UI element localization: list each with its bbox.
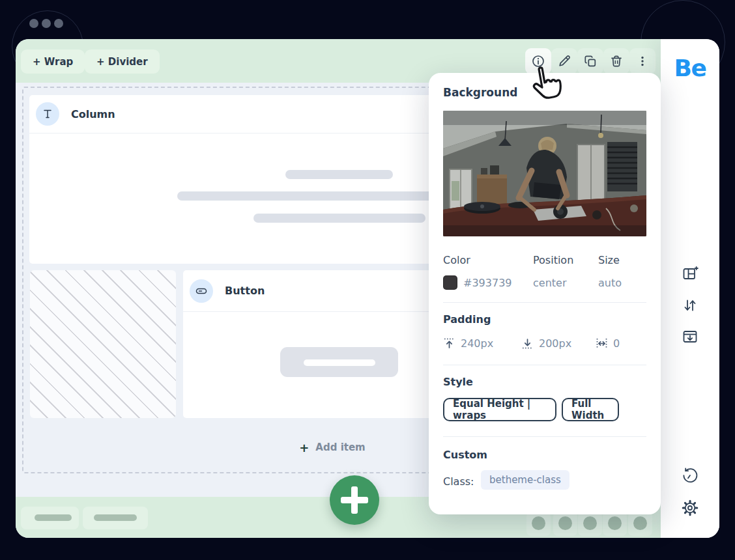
padding-horizontal-field[interactable]: 0	[596, 337, 620, 350]
add-wrap-button[interactable]: + Wrap	[21, 49, 85, 74]
reorder-button[interactable]	[661, 297, 719, 314]
background-settings-popover: Background	[429, 73, 661, 514]
color-label: Color	[443, 254, 470, 266]
import-layout-button[interactable]	[661, 328, 719, 345]
color-value[interactable]: #393739	[463, 277, 512, 289]
size-value[interactable]: auto	[598, 277, 622, 289]
button-label: Button	[225, 285, 265, 297]
empty-column-placeholder[interactable]	[30, 270, 176, 418]
size-label: Size	[598, 254, 620, 266]
button-skeleton	[280, 347, 398, 377]
social-dot-icon	[608, 516, 622, 530]
background-image-preview[interactable]	[443, 111, 646, 236]
footer-skeleton-pill	[35, 514, 72, 521]
padding-horizontal-icon	[596, 337, 608, 350]
padding-bottom-field[interactable]: 200px	[521, 337, 571, 350]
class-value-chip[interactable]: betheme-class	[481, 470, 569, 490]
window-dot[interactable]	[42, 19, 51, 28]
more-icon	[635, 54, 650, 68]
footer-social-tile[interactable]	[628, 512, 652, 536]
trash-icon	[609, 54, 624, 68]
padding-top-icon	[443, 337, 455, 350]
padding-horizontal-value: 0	[613, 337, 620, 350]
social-dot-icon	[558, 516, 572, 530]
add-divider-button[interactable]: + Divider	[85, 49, 160, 74]
history-button[interactable]	[661, 466, 719, 484]
social-dot-icon	[583, 516, 597, 530]
footer-social-tile[interactable]	[526, 512, 551, 536]
duplicate-icon	[583, 54, 598, 68]
plus-icon: +	[299, 441, 309, 455]
button-skeleton-text	[304, 359, 375, 366]
builder-sidebar: Be	[661, 39, 719, 538]
button-icon	[190, 279, 213, 303]
history-icon	[681, 466, 699, 484]
divider	[443, 365, 646, 365]
window-dot[interactable]	[29, 19, 38, 28]
footer-skeleton-pill	[94, 514, 137, 521]
divider	[443, 302, 646, 303]
delete-button[interactable]	[603, 48, 629, 74]
padding-heading: Padding	[443, 313, 491, 326]
add-section-button[interactable]	[661, 265, 719, 282]
social-dot-icon	[532, 516, 545, 530]
text-skeleton-line	[253, 214, 425, 223]
plus-icon	[341, 497, 368, 503]
padding-top-value: 240px	[461, 337, 493, 350]
footer-skeleton-button[interactable]	[83, 507, 148, 529]
betheme-logo: Be	[661, 55, 719, 81]
more-button[interactable]	[629, 48, 656, 74]
color-swatch[interactable]	[443, 275, 457, 290]
reorder-icon	[682, 297, 699, 314]
position-value[interactable]: center	[533, 277, 566, 289]
add-section-icon	[682, 265, 699, 282]
text-icon	[36, 102, 59, 126]
add-element-fab[interactable]	[330, 475, 379, 525]
padding-bottom-icon	[521, 337, 534, 350]
settings-button[interactable]	[661, 499, 719, 517]
padding-top-field[interactable]: 240px	[443, 337, 493, 350]
text-skeleton-line	[285, 170, 393, 179]
custom-heading: Custom	[443, 449, 487, 461]
footer-skeleton-button[interactable]	[21, 507, 79, 529]
window-dot[interactable]	[54, 19, 63, 28]
duplicate-button[interactable]	[577, 48, 603, 74]
popover-title: Background	[443, 86, 517, 99]
style-heading: Style	[443, 376, 473, 388]
hand-cursor	[525, 64, 566, 109]
settings-icon	[681, 499, 699, 517]
position-label: Position	[533, 254, 573, 266]
social-dot-icon	[633, 516, 647, 530]
import-layout-icon	[682, 328, 699, 345]
full-width-toggle[interactable]: Full Width	[562, 398, 619, 421]
class-label: Class:	[443, 475, 474, 488]
footer-social-tile[interactable]	[603, 512, 627, 536]
padding-bottom-value: 200px	[539, 337, 571, 350]
footer-social-tile[interactable]	[578, 512, 602, 536]
divider	[443, 436, 646, 437]
column-label: Column	[71, 108, 115, 120]
equal-height-toggle[interactable]: Equal Height | wraps	[443, 398, 556, 421]
footer-social-tile[interactable]	[553, 512, 577, 536]
add-item-label: Add item	[315, 441, 365, 453]
window-controls	[29, 19, 63, 28]
